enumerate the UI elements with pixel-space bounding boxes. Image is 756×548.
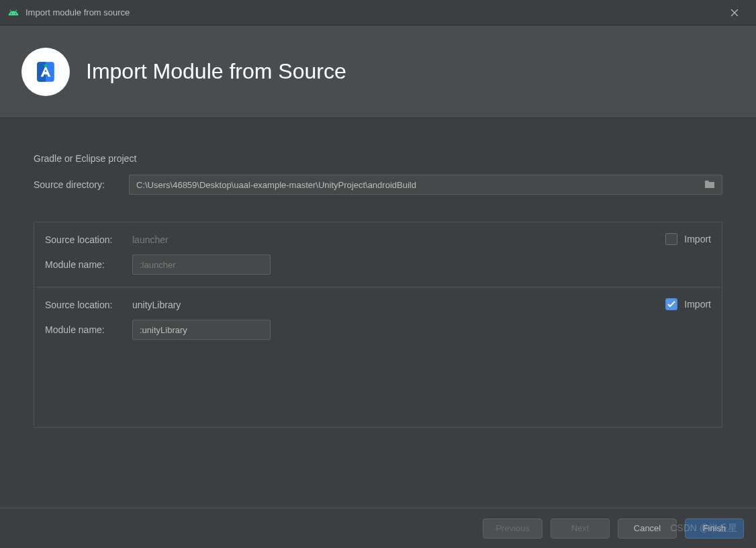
module-name-input[interactable] — [132, 320, 271, 340]
source-directory-input[interactable] — [136, 180, 699, 190]
source-directory-field[interactable] — [129, 175, 722, 195]
android-studio-icon — [21, 48, 70, 96]
source-directory-label: Source directory: — [34, 179, 129, 190]
section-label: Gradle or Eclipse project — [34, 153, 722, 164]
import-checkbox-row: Import — [665, 298, 711, 310]
module-name-label: Module name: — [45, 324, 132, 335]
browse-folder-icon[interactable] — [704, 179, 715, 191]
source-directory-row: Source directory: — [34, 175, 722, 195]
module-name-label: Module name: — [45, 259, 132, 270]
cancel-button[interactable]: Cancel — [618, 518, 677, 539]
import-checkbox[interactable] — [665, 233, 677, 245]
source-location-value: unityLibrary — [132, 300, 181, 310]
dialog-header: Import Module from Source — [0, 26, 756, 118]
import-label: Import — [684, 234, 711, 244]
source-location-value: launcher — [132, 234, 169, 245]
dialog-footer: Previous Next Cancel Finish — [0, 508, 756, 548]
previous-button[interactable]: Previous — [483, 518, 542, 539]
svg-point-0 — [44, 64, 48, 67]
android-icon — [8, 7, 19, 18]
finish-button[interactable]: Finish — [685, 518, 744, 539]
source-location-label: Source location: — [45, 300, 132, 310]
content-area: Gradle or Eclipse project Source directo… — [0, 118, 756, 441]
module-panel-launcher: Import Source location: launcher Module … — [34, 222, 722, 287]
modules-list: Import Source location: launcher Module … — [34, 222, 722, 428]
source-location-label: Source location: — [45, 234, 132, 245]
page-title: Import Module from Source — [86, 59, 346, 84]
titlebar: Import module from source — [0, 0, 756, 26]
module-panel-unitylibrary: Import Source location: unityLibrary Mod… — [34, 287, 722, 427]
import-checkbox-row: Import — [665, 233, 711, 245]
close-button[interactable] — [721, 3, 748, 23]
window-title: Import module from source — [26, 7, 721, 17]
next-button[interactable]: Next — [551, 518, 610, 539]
import-checkbox[interactable] — [665, 298, 677, 310]
module-name-input[interactable] — [132, 255, 271, 275]
import-label: Import — [684, 299, 711, 310]
